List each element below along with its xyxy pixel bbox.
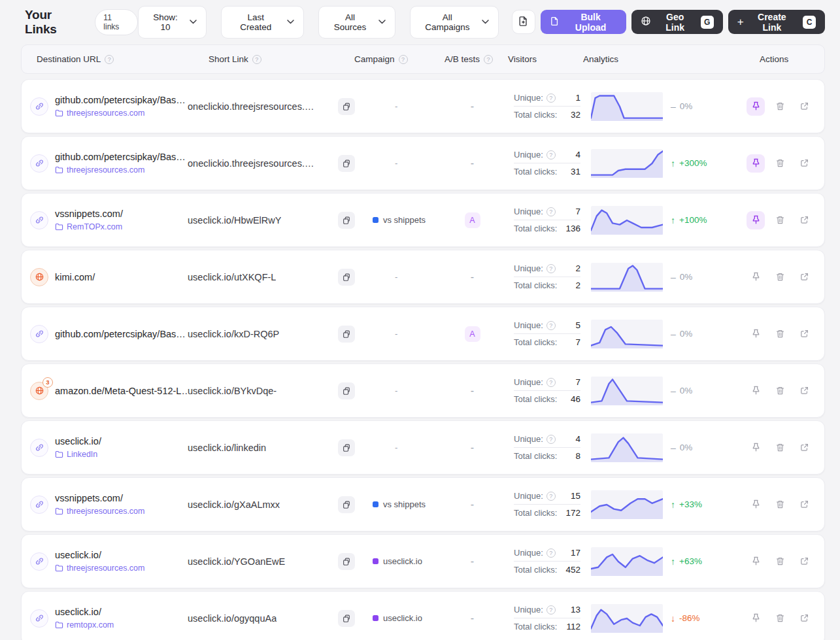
bulk-upload-button[interactable]: Bulk Upload [541,10,626,34]
trend-value: -86% [679,613,700,623]
destination-url: vssnippets.com/ [55,209,188,219]
actions-cell [726,382,813,400]
open-link-button[interactable] [795,97,813,116]
copy-button[interactable] [338,155,355,172]
total-clicks-label: Total clicks: [514,508,557,518]
create-link-button[interactable]: + Create Link C [728,10,825,34]
link-row: github.com/petercsipkay/Bas…threejsresou… [21,136,825,190]
open-link-button[interactable] [795,211,813,229]
ab-test-badge[interactable]: A [465,326,480,342]
pin-icon [751,556,761,566]
short-link-url: useclick.io/utXKQF-L [188,272,276,282]
folder-link[interactable]: LinkedIn [55,450,188,459]
geo-link-button[interactable]: Geo Link G [631,10,723,34]
unique-count: 1 [575,93,580,103]
page-title: Your Links [25,8,86,37]
copy-button[interactable] [338,326,355,343]
clicks-sparkline [591,320,663,348]
open-link-button[interactable] [795,325,813,343]
pin-button[interactable] [747,325,765,343]
delete-button[interactable] [771,154,789,173]
empty-value: - [471,271,474,283]
trend-cell: –0% [671,329,726,339]
copy-icon [342,273,351,282]
column-header-destination-url: Destination URL? [37,54,209,64]
copy-button[interactable] [338,98,355,115]
copy-button[interactable] [338,553,355,570]
column-label: Short Link [209,54,248,64]
actions-cell [726,211,813,229]
help-icon: ? [546,264,556,273]
unique-label: Unique: [514,150,543,160]
pin-icon [751,215,761,225]
pin-button[interactable] [747,496,765,514]
copy-button[interactable] [338,439,355,456]
pin-button[interactable] [747,439,765,457]
pin-button[interactable] [747,97,765,116]
folder-link[interactable]: threejsresources.com [55,165,188,175]
open-link-button[interactable] [795,382,813,400]
copy-icon [342,614,351,623]
campaign-cell: vs shippets [373,215,448,225]
trash-icon [775,443,785,452]
filter-dropdown-campaigns[interactable]: All Campaigns [410,6,499,39]
column-label: Analytics [583,54,618,64]
filter-dropdown-show[interactable]: Show: 10 [138,6,207,39]
delete-button[interactable] [771,211,789,229]
short-link-cell: useclick.io/HbwElRwY [188,212,373,229]
delete-button[interactable] [771,268,789,286]
open-link-button[interactable] [795,609,813,628]
help-icon: ? [105,55,114,64]
filter-dropdown-sources[interactable]: All Sources [318,6,395,39]
ab-test-badge[interactable]: A [465,212,480,228]
ab-tests-cell: - [448,271,496,283]
delete-button[interactable] [771,97,789,116]
external-link-icon [799,613,809,623]
open-link-button[interactable] [795,154,813,173]
folder-link[interactable]: remtopx.com [55,620,188,630]
folder-link[interactable]: threejsresources.com [55,109,188,118]
delete-button[interactable] [771,496,789,514]
delete-button[interactable] [771,609,789,628]
column-header-analytics: Analytics [583,54,760,64]
globe-icon: 3 [30,382,48,400]
delete-button[interactable] [771,382,789,400]
filter-dropdown-sort[interactable]: Last Created [221,6,304,39]
total-clicks-count: 112 [566,622,580,632]
open-link-button[interactable] [795,552,813,571]
help-icon: ? [546,435,556,444]
unique-visitors-line: Unique:?15 [514,491,580,501]
campaign-name: vs shippets [383,215,426,225]
copy-button[interactable] [338,382,355,399]
copy-button[interactable] [338,212,355,229]
copy-button[interactable] [338,269,355,286]
total-clicks-count: 452 [565,565,580,575]
pin-button[interactable] [747,609,765,628]
folder-name: RemTOPx.com [67,222,122,231]
external-link-icon [799,329,809,339]
destination-url: useclick.io/ [55,550,188,560]
bulk-upload-label: Bulk Upload [565,12,617,33]
shortcut-badge-c: C [803,16,816,29]
open-link-button[interactable] [795,439,813,457]
folder-link[interactable]: threejsresources.com [55,564,188,573]
open-link-button[interactable] [795,268,813,286]
delete-button[interactable] [771,552,789,571]
divider [514,106,580,107]
trend-value: 0% [680,329,693,339]
campaign-cell: - [373,272,448,282]
pin-button[interactable] [747,382,765,400]
copy-button[interactable] [338,610,355,627]
folder-link[interactable]: RemTOPx.com [55,222,188,231]
total-clicks-count: 32 [571,110,580,120]
folder-link[interactable]: threejsresources.com [55,507,188,516]
delete-button[interactable] [771,439,789,457]
pin-button[interactable] [747,211,765,229]
copy-button[interactable] [338,496,355,513]
export-report-button[interactable] [512,10,535,34]
pin-button[interactable] [747,552,765,571]
open-link-button[interactable] [795,496,813,514]
pin-button[interactable] [747,154,765,173]
delete-button[interactable] [771,325,789,343]
pin-button[interactable] [747,268,765,286]
